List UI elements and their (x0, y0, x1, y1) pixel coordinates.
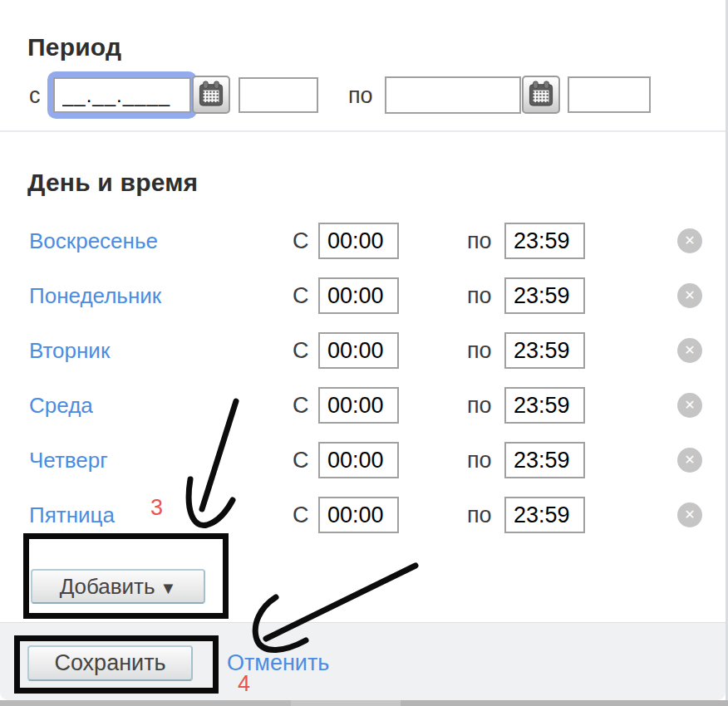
day-time-from-input[interactable] (318, 387, 399, 424)
day-link[interactable]: Вторник (29, 332, 110, 369)
day-time-from-input[interactable] (318, 277, 399, 314)
day-time-section-title: День и время (27, 169, 198, 197)
date-from-calendar-button[interactable] (192, 76, 230, 114)
row-to-label: по (467, 497, 492, 533)
day-time-from-input[interactable] (318, 332, 399, 369)
calendar-icon (529, 81, 553, 110)
row-to-label: по (467, 332, 492, 369)
day-link[interactable]: Четверг (29, 442, 108, 478)
row-from-label: С (293, 442, 309, 478)
day-time-to-input[interactable] (504, 497, 585, 533)
day-row-sunday: Воскресенье С по ✕ (0, 223, 728, 259)
row-to-label: по (467, 277, 492, 314)
close-icon: ✕ (684, 453, 695, 467)
schedule-settings-panel: Период с по (0, 0, 728, 706)
row-to-label: по (467, 223, 492, 259)
delete-day-button[interactable]: ✕ (677, 283, 702, 308)
day-row-tuesday: Вторник С по ✕ (0, 332, 728, 369)
caret-down-icon: ▼ (160, 579, 177, 597)
row-from-label: С (293, 497, 309, 533)
date-to-calendar-button[interactable] (522, 76, 560, 114)
date-from-input[interactable] (53, 77, 191, 113)
day-time-to-input[interactable] (504, 277, 585, 314)
time-from-input[interactable] (239, 77, 318, 113)
close-icon: ✕ (684, 343, 695, 357)
add-button[interactable]: Добавить▼ (31, 569, 205, 604)
day-row-thursday: Четверг С по ✕ (0, 442, 728, 478)
close-icon: ✕ (684, 507, 695, 522)
day-link[interactable]: Пятница (29, 497, 115, 533)
delete-day-button[interactable]: ✕ (677, 448, 702, 473)
day-time-to-input[interactable] (504, 332, 585, 369)
row-from-label: С (293, 277, 309, 314)
annotation-step-4: 4 (238, 671, 250, 697)
row-to-label: по (467, 387, 492, 424)
delete-day-button[interactable]: ✕ (677, 338, 702, 363)
calendar-icon (199, 81, 224, 110)
row-from-label: С (293, 223, 309, 259)
row-to-label: по (467, 442, 492, 478)
section-divider (0, 130, 728, 132)
row-from-label: С (293, 332, 309, 369)
row-from-label: С (293, 387, 309, 424)
close-icon: ✕ (684, 288, 695, 302)
day-link[interactable]: Понедельник (29, 277, 161, 314)
close-icon: ✕ (684, 398, 695, 412)
save-button[interactable]: Сохранить (27, 645, 193, 681)
day-time-to-input[interactable] (504, 387, 585, 424)
period-to-label: по (348, 83, 373, 109)
day-row-wednesday: Среда С по ✕ (0, 387, 728, 424)
day-link[interactable]: Воскресенье (29, 223, 158, 259)
day-time-from-input[interactable] (318, 223, 399, 259)
day-time-to-input[interactable] (504, 442, 585, 478)
date-from-focus-ring (47, 71, 197, 119)
delete-day-button[interactable]: ✕ (677, 228, 702, 253)
day-time-from-input[interactable] (318, 442, 399, 478)
day-row-friday: Пятница С по ✕ (0, 497, 728, 533)
close-icon: ✕ (684, 233, 695, 248)
day-row-monday: Понедельник С по ✕ (0, 277, 728, 314)
annotation-step-3: 3 (150, 495, 163, 521)
day-link[interactable]: Среда (29, 387, 93, 424)
day-time-to-input[interactable] (504, 223, 585, 259)
period-from-label: с (29, 83, 41, 109)
delete-day-button[interactable]: ✕ (677, 393, 702, 418)
day-time-from-input[interactable] (318, 497, 399, 533)
add-button-label: Добавить (60, 574, 155, 599)
date-to-input[interactable] (385, 76, 521, 114)
period-section-title: Период (27, 33, 121, 61)
delete-day-button[interactable]: ✕ (677, 503, 702, 527)
panel-bottom-edge (0, 700, 728, 706)
time-to-input[interactable] (568, 76, 651, 113)
